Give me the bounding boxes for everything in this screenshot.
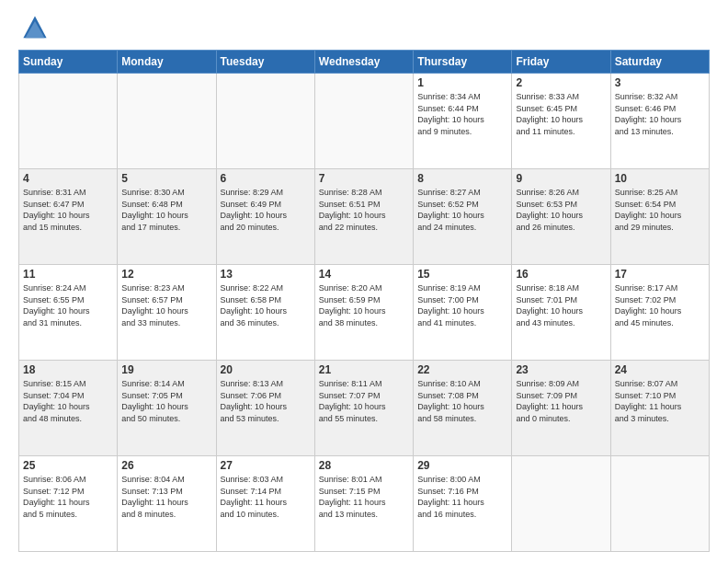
day-number: 22 — [417, 363, 507, 376]
day-info: Sunrise: 8:34 AM Sunset: 6:44 PM Dayligh… — [417, 91, 507, 137]
header — [18, 15, 710, 40]
day-number: 27 — [221, 459, 311, 472]
calendar-header: Sunday Monday Tuesday Wednesday Thursday… — [19, 51, 710, 74]
day-number: 16 — [516, 268, 606, 281]
header-row: Sunday Monday Tuesday Wednesday Thursday… — [19, 51, 710, 74]
day-info: Sunrise: 8:00 AM Sunset: 7:16 PM Dayligh… — [417, 474, 507, 520]
calendar-cell: 19Sunrise: 8:14 AM Sunset: 7:05 PM Dayli… — [118, 361, 216, 456]
day-info: Sunrise: 8:22 AM Sunset: 6:58 PM Dayligh… — [221, 282, 311, 328]
calendar-cell: 27Sunrise: 8:03 AM Sunset: 7:14 PM Dayli… — [216, 456, 314, 552]
day-number: 19 — [121, 363, 211, 376]
day-info: Sunrise: 8:19 AM Sunset: 7:00 PM Dayligh… — [417, 282, 507, 328]
calendar-cell: 24Sunrise: 8:07 AM Sunset: 7:10 PM Dayli… — [610, 361, 709, 456]
day-info: Sunrise: 8:06 AM Sunset: 7:12 PM Dayligh… — [23, 474, 113, 520]
calendar-cell: 15Sunrise: 8:19 AM Sunset: 7:00 PM Dayli… — [414, 265, 512, 361]
day-number: 9 — [516, 172, 606, 185]
day-info: Sunrise: 8:03 AM Sunset: 7:14 PM Dayligh… — [221, 474, 311, 520]
calendar-cell — [118, 74, 216, 169]
day-number: 17 — [615, 268, 705, 281]
calendar-cell: 4Sunrise: 8:31 AM Sunset: 6:47 PM Daylig… — [19, 169, 118, 265]
calendar-cell: 25Sunrise: 8:06 AM Sunset: 7:12 PM Dayli… — [19, 456, 118, 552]
day-number: 13 — [221, 268, 311, 281]
day-number: 7 — [319, 172, 409, 185]
day-info: Sunrise: 8:15 AM Sunset: 7:04 PM Dayligh… — [23, 378, 113, 424]
calendar-cell: 23Sunrise: 8:09 AM Sunset: 7:09 PM Dayli… — [512, 361, 610, 456]
calendar-cell: 12Sunrise: 8:23 AM Sunset: 6:57 PM Dayli… — [118, 265, 216, 361]
calendar-table: Sunday Monday Tuesday Wednesday Thursday… — [18, 50, 710, 552]
day-info: Sunrise: 8:27 AM Sunset: 6:52 PM Dayligh… — [417, 187, 507, 233]
calendar-cell — [512, 456, 610, 552]
day-info: Sunrise: 8:24 AM Sunset: 6:55 PM Dayligh… — [23, 282, 113, 328]
calendar-cell: 14Sunrise: 8:20 AM Sunset: 6:59 PM Dayli… — [314, 265, 413, 361]
calendar-cell: 11Sunrise: 8:24 AM Sunset: 6:55 PM Dayli… — [19, 265, 118, 361]
day-number: 6 — [221, 172, 311, 185]
col-thursday: Thursday — [414, 51, 512, 74]
day-number: 25 — [23, 459, 113, 472]
day-number: 8 — [417, 172, 507, 185]
calendar-cell: 26Sunrise: 8:04 AM Sunset: 7:13 PM Dayli… — [118, 456, 216, 552]
day-info: Sunrise: 8:18 AM Sunset: 7:01 PM Dayligh… — [516, 282, 606, 328]
calendar-cell — [610, 456, 709, 552]
calendar-cell: 3Sunrise: 8:32 AM Sunset: 6:46 PM Daylig… — [610, 74, 709, 169]
day-number: 28 — [319, 459, 409, 472]
calendar-cell: 29Sunrise: 8:00 AM Sunset: 7:16 PM Dayli… — [414, 456, 512, 552]
day-number: 21 — [319, 363, 409, 376]
day-number: 3 — [615, 76, 705, 89]
day-number: 20 — [221, 363, 311, 376]
col-monday: Monday — [118, 51, 216, 74]
calendar-cell: 7Sunrise: 8:28 AM Sunset: 6:51 PM Daylig… — [314, 169, 413, 265]
col-friday: Friday — [512, 51, 610, 74]
col-saturday: Saturday — [610, 51, 709, 74]
calendar-cell: 6Sunrise: 8:29 AM Sunset: 6:49 PM Daylig… — [216, 169, 314, 265]
col-tuesday: Tuesday — [216, 51, 314, 74]
logo — [18, 15, 48, 40]
day-info: Sunrise: 8:29 AM Sunset: 6:49 PM Dayligh… — [221, 187, 311, 233]
calendar-cell: 5Sunrise: 8:30 AM Sunset: 6:48 PM Daylig… — [118, 169, 216, 265]
calendar-cell — [19, 74, 118, 169]
day-number: 29 — [417, 459, 507, 472]
calendar-cell — [216, 74, 314, 169]
calendar-cell: 9Sunrise: 8:26 AM Sunset: 6:53 PM Daylig… — [512, 169, 610, 265]
calendar-cell: 16Sunrise: 8:18 AM Sunset: 7:01 PM Dayli… — [512, 265, 610, 361]
day-info: Sunrise: 8:17 AM Sunset: 7:02 PM Dayligh… — [615, 282, 705, 328]
day-info: Sunrise: 8:28 AM Sunset: 6:51 PM Dayligh… — [319, 187, 409, 233]
day-number: 15 — [417, 268, 507, 281]
day-info: Sunrise: 8:23 AM Sunset: 6:57 PM Dayligh… — [121, 282, 211, 328]
day-number: 4 — [23, 172, 113, 185]
day-info: Sunrise: 8:09 AM Sunset: 7:09 PM Dayligh… — [516, 378, 606, 424]
day-info: Sunrise: 8:20 AM Sunset: 6:59 PM Dayligh… — [319, 282, 409, 328]
day-info: Sunrise: 8:11 AM Sunset: 7:07 PM Dayligh… — [319, 378, 409, 424]
logo-icon — [22, 15, 48, 40]
day-info: Sunrise: 8:25 AM Sunset: 6:54 PM Dayligh… — [615, 187, 705, 233]
day-number: 2 — [516, 76, 606, 89]
calendar-cell: 20Sunrise: 8:13 AM Sunset: 7:06 PM Dayli… — [216, 361, 314, 456]
day-number: 14 — [319, 268, 409, 281]
day-info: Sunrise: 8:30 AM Sunset: 6:48 PM Dayligh… — [121, 187, 211, 233]
day-number: 26 — [121, 459, 211, 472]
day-info: Sunrise: 8:13 AM Sunset: 7:06 PM Dayligh… — [221, 378, 311, 424]
calendar-cell: 22Sunrise: 8:10 AM Sunset: 7:08 PM Dayli… — [414, 361, 512, 456]
day-info: Sunrise: 8:01 AM Sunset: 7:15 PM Dayligh… — [319, 474, 409, 520]
col-wednesday: Wednesday — [314, 51, 413, 74]
calendar-cell: 8Sunrise: 8:27 AM Sunset: 6:52 PM Daylig… — [414, 169, 512, 265]
calendar-cell: 2Sunrise: 8:33 AM Sunset: 6:45 PM Daylig… — [512, 74, 610, 169]
calendar-cell: 28Sunrise: 8:01 AM Sunset: 7:15 PM Dayli… — [314, 456, 413, 552]
page: Sunday Monday Tuesday Wednesday Thursday… — [0, 0, 728, 563]
day-number: 18 — [23, 363, 113, 376]
day-info: Sunrise: 8:31 AM Sunset: 6:47 PM Dayligh… — [23, 187, 113, 233]
day-number: 23 — [516, 363, 606, 376]
calendar-cell: 10Sunrise: 8:25 AM Sunset: 6:54 PM Dayli… — [610, 169, 709, 265]
calendar-cell: 1Sunrise: 8:34 AM Sunset: 6:44 PM Daylig… — [414, 74, 512, 169]
day-info: Sunrise: 8:33 AM Sunset: 6:45 PM Dayligh… — [516, 91, 606, 137]
day-number: 10 — [615, 172, 705, 185]
day-info: Sunrise: 8:04 AM Sunset: 7:13 PM Dayligh… — [121, 474, 211, 520]
day-number: 24 — [615, 363, 705, 376]
day-number: 1 — [417, 76, 507, 89]
day-number: 5 — [121, 172, 211, 185]
day-number: 12 — [121, 268, 211, 281]
col-sunday: Sunday — [19, 51, 118, 74]
calendar-cell: 18Sunrise: 8:15 AM Sunset: 7:04 PM Dayli… — [19, 361, 118, 456]
calendar-cell — [314, 74, 413, 169]
calendar-cell: 21Sunrise: 8:11 AM Sunset: 7:07 PM Dayli… — [314, 361, 413, 456]
calendar-cell: 17Sunrise: 8:17 AM Sunset: 7:02 PM Dayli… — [610, 265, 709, 361]
